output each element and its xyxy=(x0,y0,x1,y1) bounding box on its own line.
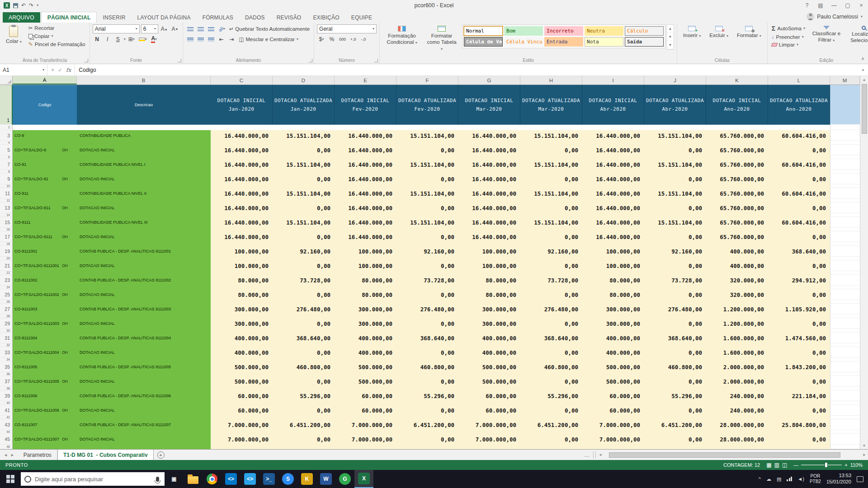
sheet-nav-right-icon[interactable]: ► xyxy=(10,453,14,457)
insert-function-button[interactable]: fx xyxy=(66,67,71,73)
row-header-33[interactable]: 33 xyxy=(0,347,13,358)
zoom-in-icon[interactable]: + xyxy=(844,462,847,468)
cell-desc[interactable]: DOTACAO INICIAL xyxy=(77,289,211,300)
cell-value-empty[interactable] xyxy=(644,387,706,390)
cell-desc-empty[interactable] xyxy=(77,170,211,174)
cell-value[interactable]: 0,00 xyxy=(396,376,458,387)
cell-desc[interactable]: DOTACAO INICIAL xyxy=(77,347,211,358)
cell-value-empty[interactable] xyxy=(396,184,458,188)
cell-value[interactable]: 276.480,00 xyxy=(644,304,706,314)
cell-value-empty[interactable] xyxy=(520,416,582,419)
cell-value[interactable]: 0,00 xyxy=(396,347,458,358)
cell-value[interactable]: 55.296,00 xyxy=(396,390,458,401)
collapse-ribbon-icon[interactable]: ∧ xyxy=(861,56,864,61)
cell-value-empty[interactable] xyxy=(520,401,582,405)
cell-value-empty[interactable] xyxy=(335,125,396,130)
cell-code-empty[interactable] xyxy=(13,300,77,304)
cell-code-empty[interactable] xyxy=(13,184,77,188)
cell-value-empty[interactable] xyxy=(706,314,768,318)
cell-value-empty[interactable] xyxy=(644,170,706,174)
cell-value-empty[interactable] xyxy=(273,343,335,347)
clear-button[interactable]: Limpar ▾ xyxy=(770,42,807,48)
cell-code-empty[interactable] xyxy=(13,314,77,318)
cell-value-empty[interactable] xyxy=(520,343,582,347)
ribbon-tab-pagina-inicial[interactable]: PÁGINA INICIAL xyxy=(41,12,97,23)
cell-value[interactable]: 0,00 xyxy=(644,174,706,184)
cell-value[interactable]: 500.000,00 xyxy=(211,376,273,387)
cell-value[interactable]: 15.151.104,00 xyxy=(520,217,582,228)
cell-code-empty[interactable] xyxy=(13,213,77,217)
cell-value-empty[interactable] xyxy=(706,199,768,202)
cell-value-empty[interactable] xyxy=(396,286,458,289)
cell-value-empty[interactable] xyxy=(211,213,273,217)
cell-value[interactable]: 400.000,00 xyxy=(706,260,768,271)
scroll-right-icon[interactable]: ► xyxy=(861,453,868,457)
cell-value[interactable]: 73.728,00 xyxy=(396,275,458,286)
cell-value-empty[interactable] xyxy=(458,170,520,174)
normal-view-icon[interactable]: ▦ xyxy=(766,462,771,468)
cell-value[interactable]: 300.000,00 xyxy=(335,304,396,314)
row-header-11[interactable]: 11 xyxy=(0,188,13,199)
cell-value[interactable]: 16.440.000,00 xyxy=(211,145,273,155)
confirm-entry-icon[interactable]: ✓ xyxy=(58,67,62,73)
cell-value-empty[interactable] xyxy=(520,257,582,260)
cell-code[interactable]: CO-8111 xyxy=(13,217,77,228)
cell-style-c-lculo[interactable]: Cálculo xyxy=(625,26,664,36)
column-header-M[interactable]: M xyxy=(830,76,860,84)
cell-value[interactable]: 1.474.560,00 xyxy=(768,333,830,343)
cell-value-empty[interactable] xyxy=(458,416,520,419)
font-color-button[interactable]: A ▾ xyxy=(150,35,159,44)
undo-icon[interactable]: ↶ xyxy=(21,2,26,9)
scroll-left-icon[interactable]: ◄ xyxy=(597,453,604,457)
cell-style-sa-da[interactable]: Saída xyxy=(625,37,664,47)
comma-style-button[interactable]: 000 xyxy=(338,35,347,44)
cell-empty[interactable] xyxy=(830,155,860,159)
header-cell-period-1[interactable]: DOTACAO INICIALJan-2020 xyxy=(211,85,273,125)
underline-dropdown-icon[interactable]: ▾ xyxy=(124,38,126,41)
cell-value-empty[interactable] xyxy=(706,300,768,304)
cell-value-empty[interactable] xyxy=(768,155,830,159)
task-view-icon[interactable]: ▣ xyxy=(165,470,184,488)
column-header-G[interactable]: G xyxy=(458,76,520,84)
accounting-format-button[interactable]: $ ▾ xyxy=(317,35,326,44)
cell-value[interactable]: 16.440.000,00 xyxy=(458,159,520,170)
cell-value[interactable]: 15.151.104,00 xyxy=(644,130,706,141)
cell-desc-empty[interactable] xyxy=(77,358,211,361)
row-header-34[interactable]: 34 xyxy=(0,358,13,361)
cell-value-empty[interactable] xyxy=(396,430,458,434)
header-cell-period-4[interactable]: DOTACAO ATUALIZADAFev-2020 xyxy=(396,85,458,125)
cell-value-empty[interactable] xyxy=(211,329,273,333)
merge-center-button[interactable]: ◫Mesclar e Centralizar ▾ xyxy=(238,36,300,43)
row-header-6[interactable]: 6 xyxy=(0,155,13,159)
cell-value[interactable]: 6.451.200,00 xyxy=(644,419,706,430)
cell-value[interactable]: 80.000,00 xyxy=(211,289,273,300)
cell-value-empty[interactable] xyxy=(582,271,644,275)
cell-value-empty[interactable] xyxy=(273,401,335,405)
cell-value-empty[interactable] xyxy=(706,228,768,231)
cell-desc-empty[interactable] xyxy=(77,242,211,246)
format-cells-button[interactable]: ◆ Formatar ▾ xyxy=(734,24,764,40)
conditional-formatting-button[interactable]: Formatação Condicional ▾ xyxy=(382,24,421,47)
cell-value[interactable]: 0,00 xyxy=(273,318,335,329)
row-header-9[interactable]: 9 xyxy=(0,174,13,184)
cell-code[interactable]: CO+TP.SALDO-8111004OH xyxy=(13,347,77,358)
cell-value-empty[interactable] xyxy=(211,242,273,246)
cell-desc-empty[interactable] xyxy=(77,416,211,419)
cell-value-empty[interactable] xyxy=(211,343,273,347)
cell-value-empty[interactable] xyxy=(396,199,458,202)
word-icon[interactable]: W xyxy=(316,470,335,488)
cell-value-empty[interactable] xyxy=(273,416,335,419)
cell-value-empty[interactable] xyxy=(458,401,520,405)
cell-desc[interactable]: CONTAB PUBLICA - DESP. ANALITICAS 811100… xyxy=(77,304,211,314)
row-header-2[interactable]: 2 xyxy=(0,125,13,130)
cell-value[interactable]: 60.000,00 xyxy=(211,405,273,416)
scroll-down-icon[interactable]: ▼ xyxy=(860,442,868,449)
cell-value[interactable]: 0,00 xyxy=(768,174,830,184)
column-header-B[interactable]: B xyxy=(77,76,211,84)
header-cell-period-10[interactable]: DOTACAO ATUALIZADAAno-2020 xyxy=(768,85,830,125)
tab-overflow-icon[interactable]: … xyxy=(581,450,592,460)
cell-desc-empty[interactable] xyxy=(77,213,211,217)
cell-value-empty[interactable] xyxy=(335,372,396,376)
cell-value[interactable]: 0,00 xyxy=(768,289,830,300)
row-header-24[interactable]: 24 xyxy=(0,286,13,289)
